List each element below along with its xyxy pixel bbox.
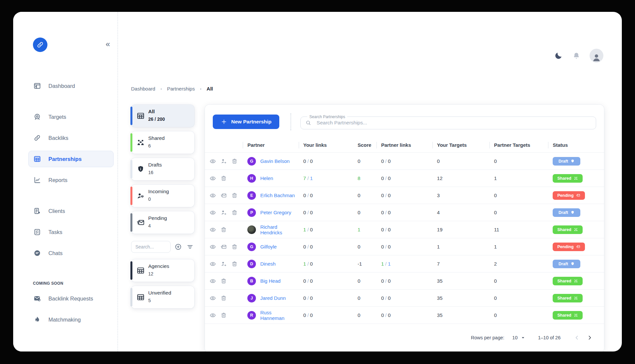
- rows-per-page-select[interactable]: 10: [512, 335, 526, 341]
- breadcrumb-item-dashboard[interactable]: Dashboard: [131, 86, 155, 91]
- partner-name-link[interactable]: Peter Gregory: [260, 210, 291, 215]
- trash-button[interactable]: [231, 244, 238, 250]
- status-badge-shared[interactable]: Shared: [553, 311, 582, 320]
- eye-button[interactable]: [209, 158, 216, 165]
- new-partnership-button[interactable]: New Partnership: [213, 115, 279, 129]
- dark-mode-toggle[interactable]: [554, 51, 563, 60]
- row-actions: [209, 244, 239, 250]
- user-avatar[interactable]: [590, 49, 603, 63]
- status-badge-shared[interactable]: Shared: [553, 277, 582, 285]
- filter-search-input[interactable]: [131, 241, 171, 253]
- table-icon: [136, 266, 145, 275]
- sidebar-item-reports[interactable]: Reports: [28, 172, 114, 188]
- status-badge-shared[interactable]: Shared: [553, 294, 582, 302]
- partner-name-link[interactable]: Gilfoyle: [260, 244, 277, 249]
- user-add-button[interactable]: [220, 158, 227, 165]
- tasks-icon: [33, 228, 41, 236]
- trash-icon: [231, 261, 238, 267]
- trash-icon: [231, 158, 238, 165]
- partner-name-link[interactable]: Erlich Bachman: [260, 193, 295, 198]
- trash-button[interactable]: [220, 226, 227, 233]
- filter-card-pending[interactable]: Pending4: [131, 211, 194, 234]
- trash-button[interactable]: [220, 175, 227, 182]
- add-filter-button[interactable]: [175, 243, 182, 251]
- partner-name-link[interactable]: Big Head: [260, 278, 281, 284]
- partnership-search-input[interactable]: [317, 120, 591, 126]
- status-badge-pending[interactable]: Pending: [553, 191, 585, 200]
- row-actions: [209, 261, 239, 267]
- eye-button[interactable]: [209, 312, 216, 319]
- table-row: EErlich Bachman0/000/030Pending: [205, 187, 604, 204]
- trash-button[interactable]: [220, 312, 227, 319]
- eye-button[interactable]: [209, 278, 216, 284]
- previous-page-button[interactable]: [572, 333, 582, 342]
- filter-card-drafts[interactable]: Drafts16: [131, 158, 194, 180]
- your-links-cell: 0/0: [299, 290, 353, 307]
- partner-targets-cell: 0: [489, 187, 548, 204]
- status-label: Draft: [559, 262, 568, 266]
- send-button[interactable]: [220, 244, 227, 250]
- status-badge-shared[interactable]: Shared: [553, 174, 582, 183]
- send-button[interactable]: [220, 192, 227, 199]
- sidebar-item-backlink-requests[interactable]: Backlink Requests: [28, 290, 114, 307]
- eye-button[interactable]: [209, 192, 216, 199]
- status-badge-shared[interactable]: Shared: [553, 225, 582, 234]
- eye-icon: [209, 158, 216, 165]
- filter-card-agencies[interactable]: Agencies12: [131, 259, 194, 282]
- eye-button[interactable]: [209, 226, 216, 233]
- your-links-cell: 0/0: [299, 273, 353, 290]
- partner-name-link[interactable]: Gavin Belson: [260, 158, 290, 164]
- flame-icon: [33, 316, 41, 324]
- trash-button[interactable]: [231, 192, 238, 199]
- filter-sort-button[interactable]: [186, 243, 194, 251]
- sidebar-item-partnerships[interactable]: Partnerships: [28, 151, 114, 167]
- sidebar-item-clients[interactable]: Clients: [28, 203, 114, 219]
- status-badge-draft[interactable]: Draft: [553, 208, 580, 217]
- notifications-button[interactable]: [572, 51, 581, 60]
- eye-button[interactable]: [209, 261, 216, 267]
- status-label: Shared: [557, 227, 571, 232]
- partner-name-link[interactable]: Dinesh: [260, 261, 276, 267]
- filter-column: All26 / 200Shared6Drafts16Incoming0Pendi…: [131, 105, 194, 351]
- partner-links-cell: 0/0: [376, 221, 432, 238]
- status-badge-draft[interactable]: Draft: [553, 157, 580, 166]
- filter-card-all[interactable]: All26 / 200: [131, 105, 194, 127]
- filter-card-incoming[interactable]: Incoming0: [131, 185, 194, 207]
- eye-button[interactable]: [209, 295, 216, 301]
- partner-name-link[interactable]: Helen: [260, 175, 273, 181]
- links-partners: 0: [388, 278, 391, 284]
- sidebar-collapse-button[interactable]: «: [106, 40, 109, 48]
- score-cell: 0: [353, 204, 377, 221]
- send-icon: [136, 218, 145, 227]
- status-badge-pending[interactable]: Pending: [553, 243, 585, 251]
- sidebar-item-chats[interactable]: Chats: [28, 245, 114, 261]
- filter-card-unverified[interactable]: Unverified5: [131, 286, 194, 308]
- trash-button[interactable]: [231, 158, 238, 165]
- sidebar-item-targets[interactable]: Targets: [28, 109, 114, 125]
- sidebar-item-matchmaking[interactable]: Matchmaking: [28, 311, 114, 328]
- your-links-cell: 1/0: [299, 221, 353, 238]
- eye-button[interactable]: [209, 244, 216, 250]
- sidebar-item-backliks[interactable]: Backliks: [28, 130, 114, 146]
- filter-card-shared[interactable]: Shared6: [131, 131, 194, 154]
- partner-name-link[interactable]: Russ Hanneman: [260, 310, 295, 321]
- sidebar-item-dashboard[interactable]: Dashboard: [28, 78, 114, 94]
- eye-button[interactable]: [209, 175, 216, 182]
- shield-icon: [570, 159, 575, 163]
- reports-icon: [33, 176, 41, 184]
- score-cell: 0: [353, 238, 377, 255]
- user-add-button[interactable]: [220, 261, 227, 267]
- trash-button[interactable]: [231, 261, 238, 267]
- breadcrumb-item-partnerships[interactable]: Partnerships: [167, 86, 195, 91]
- trash-button[interactable]: [220, 295, 227, 301]
- user-add-button[interactable]: [220, 209, 227, 216]
- eye-button[interactable]: [209, 209, 216, 216]
- partner-name-link[interactable]: Richard Hendricks: [260, 224, 295, 235]
- trash-button[interactable]: [231, 209, 238, 216]
- next-page-button[interactable]: [585, 333, 594, 342]
- status-badge-draft[interactable]: Draft: [553, 260, 580, 268]
- sidebar-item-tasks[interactable]: Tasks: [28, 224, 114, 240]
- trash-button[interactable]: [220, 278, 227, 284]
- partner-name-link[interactable]: Jared Dunn: [260, 295, 286, 301]
- breadcrumb-item-all[interactable]: All: [207, 86, 213, 91]
